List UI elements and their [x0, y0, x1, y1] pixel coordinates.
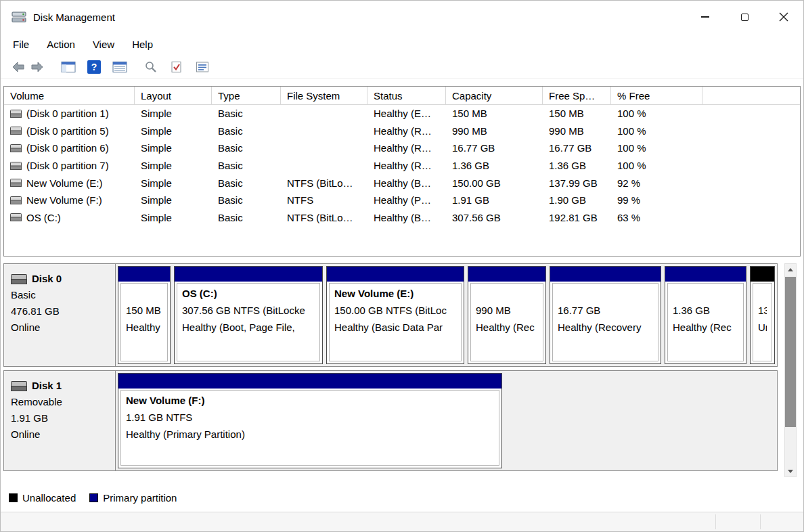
disk0-info-panel[interactable]: Disk 0 Basic 476.81 GB Online: [4, 264, 116, 366]
partition-title: [558, 285, 653, 302]
check-page-button[interactable]: [167, 58, 186, 76]
help-button[interactable]: ?: [85, 58, 104, 76]
cell-layout: Simple: [135, 123, 212, 140]
menu-file[interactable]: File: [13, 39, 29, 50]
cell-capacity: 150 MB: [446, 105, 543, 123]
scroll-down-icon: [788, 470, 793, 473]
window-title: Disk Management: [33, 12, 115, 23]
back-icon: [12, 62, 25, 72]
menu-view[interactable]: View: [93, 39, 114, 50]
col-status[interactable]: Status: [367, 87, 446, 104]
properties-button[interactable]: [141, 58, 160, 76]
cell-status: Healthy (B…: [367, 209, 446, 227]
disk-icon: [11, 381, 27, 391]
scrollbar-thumb[interactable]: [785, 277, 796, 427]
partition-color-band: [665, 267, 746, 282]
volume-icon: [10, 110, 22, 118]
table-row[interactable]: OS (C:) Simple Basic NTFS (BitLo… Health…: [4, 209, 800, 227]
col-file-system[interactable]: File System: [281, 87, 367, 104]
partition-size: 1.91 GB NTFS: [126, 409, 494, 426]
console-tree-button[interactable]: [59, 58, 78, 76]
table-row[interactable]: (Disk 0 partition 1) Simple Basic Health…: [4, 105, 800, 123]
statusbar-divider: [760, 514, 761, 529]
export-list-icon: [112, 61, 127, 73]
volume-name: (Disk 0 partition 6): [26, 142, 109, 154]
partition-status: Healthy (Rec: [673, 319, 738, 336]
disk0-row: Disk 0 Basic 476.81 GB Online 150 MB: [3, 263, 778, 367]
col-capacity[interactable]: Capacity: [446, 87, 543, 104]
scroll-up-icon: [788, 268, 793, 271]
close-button[interactable]: [764, 1, 803, 33]
toolbar: ?: [1, 55, 803, 79]
disk0-partitions: 150 MB Healthy OS (C:) 307.56 GB NTFS (B…: [116, 264, 777, 366]
menu-help[interactable]: Help: [132, 39, 153, 50]
menu-action[interactable]: Action: [47, 39, 75, 50]
cell-layout: Simple: [135, 209, 212, 227]
table-header: Volume Layout Type File System Status Ca…: [4, 87, 800, 105]
partition-status: Healthy (Basic Data Par: [334, 319, 456, 336]
partition-status: Healthy (Recovery: [558, 319, 653, 336]
disk1-partitions: New Volume (F:) 1.91 GB NTFS Healthy (Pr…: [116, 371, 777, 470]
col-volume[interactable]: Volume: [4, 87, 135, 104]
partition-color-band: [118, 267, 170, 282]
cell-pct-free: 92 %: [611, 174, 702, 192]
cell-capacity: 150.00 GB: [446, 174, 543, 192]
partition-title: [758, 285, 767, 302]
cell-free-space: 1.90 GB: [543, 192, 611, 209]
disk1-info-panel[interactable]: Disk 1 Removable 1.91 GB Online: [4, 371, 116, 470]
partition-recovery-136gb[interactable]: 1.36 GB Healthy (Rec: [665, 266, 746, 364]
partition-system[interactable]: 150 MB Healthy: [118, 266, 171, 364]
disk-icon: [11, 274, 27, 284]
partition-new-volume-f[interactable]: New Volume (F:) 1.91 GB NTFS Healthy (Pr…: [118, 373, 502, 468]
partition-title: [673, 285, 738, 302]
partition-unallocated[interactable]: 13 Una: [750, 266, 775, 364]
window-controls: [686, 1, 803, 33]
partition-new-volume-e[interactable]: New Volume (E:) 150.00 GB NTFS (BitLoc H…: [326, 266, 464, 364]
partition-color-band: [468, 267, 545, 282]
vertical-scrollbar[interactable]: [784, 263, 797, 477]
table-row[interactable]: New Volume (F:) Simple Basic NTFS Health…: [4, 192, 800, 209]
col-free-space[interactable]: Free Sp…: [543, 87, 611, 104]
app-icon: [12, 12, 26, 23]
partition-status: Healthy: [126, 319, 162, 336]
cell-file-system: NTFS (BitLo…: [281, 174, 367, 192]
scroll-down-button[interactable]: [785, 466, 796, 476]
view-options-button[interactable]: [193, 58, 212, 76]
table-row[interactable]: (Disk 0 partition 6) Simple Basic Health…: [4, 139, 800, 157]
table-row[interactable]: (Disk 0 partition 5) Simple Basic Health…: [4, 123, 800, 140]
col-layout[interactable]: Layout: [135, 87, 212, 104]
menubar: File Action View Help: [1, 33, 803, 55]
properties-icon: [144, 61, 158, 73]
minimize-button[interactable]: [686, 1, 725, 33]
export-list-button[interactable]: [110, 58, 129, 76]
cell-pct-free: 100 %: [611, 157, 702, 175]
table-row[interactable]: (Disk 0 partition 7) Simple Basic Health…: [4, 157, 800, 175]
volume-name: OS (C:): [26, 212, 61, 223]
partition-body: 1.36 GB Healthy (Rec: [667, 283, 744, 361]
col-type[interactable]: Type: [212, 87, 281, 104]
cell-capacity: 307.56 GB: [446, 209, 543, 227]
scroll-up-button[interactable]: [785, 264, 796, 275]
forward-button[interactable]: [28, 58, 47, 76]
maximize-button[interactable]: [725, 1, 764, 33]
cell-status: Healthy (P…: [367, 192, 446, 209]
partition-recovery-990mb[interactable]: 990 MB Healthy (Rec: [468, 266, 546, 364]
back-button[interactable]: [9, 58, 28, 76]
volume-icon: [10, 196, 22, 204]
partition-size: 150.00 GB NTFS (BitLoc: [334, 302, 456, 319]
partition-os-c[interactable]: OS (C:) 307.56 GB NTFS (BitLocke Healthy…: [174, 266, 323, 364]
partition-body: OS (C:) 307.56 GB NTFS (BitLocke Healthy…: [177, 283, 320, 361]
disk1-row: Disk 1 Removable 1.91 GB Online New Volu…: [3, 370, 778, 471]
disk-name: Disk 0: [32, 271, 62, 287]
help-icon: ?: [87, 60, 101, 74]
partition-size: 1.36 GB: [673, 302, 738, 319]
cell-pct-free: 100 %: [611, 123, 702, 140]
cell-free-space: 150 MB: [543, 105, 611, 123]
table-row[interactable]: New Volume (E:) Simple Basic NTFS (BitLo…: [4, 174, 800, 192]
partition-size: 13: [758, 302, 767, 319]
col-pct-free[interactable]: % Free: [611, 87, 702, 104]
partition-recovery-16gb[interactable]: 16.77 GB Healthy (Recovery: [550, 266, 661, 364]
cell-capacity: 990 MB: [446, 123, 543, 140]
cell-type: Basic: [212, 105, 281, 123]
cell-type: Basic: [212, 192, 281, 209]
